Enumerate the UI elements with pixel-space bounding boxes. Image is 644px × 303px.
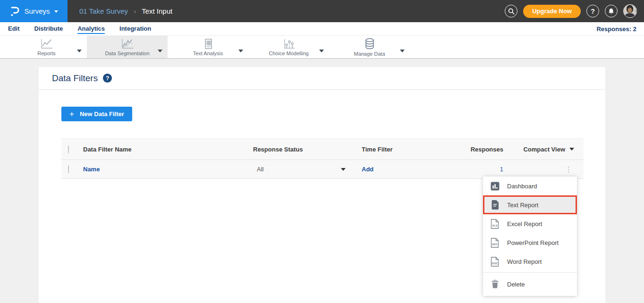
new-data-filter-label: New Data Filter xyxy=(80,110,124,118)
reports-chart-icon xyxy=(40,38,54,50)
data-filters-table: Data Filter Name Response Status Time Fi… xyxy=(61,138,584,179)
col-header-view: Compact View xyxy=(503,146,584,153)
ribbon-item-label: Data Segmentation xyxy=(105,50,149,56)
text-analysis-icon xyxy=(202,38,214,50)
col-header-time-filter: Time Filter xyxy=(362,146,466,153)
time-filter-add-link[interactable]: Add xyxy=(362,166,373,173)
menu-item-word-report[interactable]: DOC Word Report xyxy=(483,252,577,271)
menu-item-label: Dashboard xyxy=(507,183,537,190)
survey-tabs: Edit Distribute Analytics Integration Re… xyxy=(0,22,644,36)
chevron-down-icon xyxy=(54,10,58,13)
response-status-cell: All xyxy=(253,166,362,173)
menu-item-label: Excel Report xyxy=(507,220,542,227)
chevron-down-icon xyxy=(569,148,574,151)
tab-edit[interactable]: Edit xyxy=(8,23,20,35)
menu-divider xyxy=(483,272,577,273)
menu-item-label: Delete xyxy=(507,281,525,288)
analytics-ribbon: Reports Data Segmentation Text Analysis xyxy=(0,36,644,59)
bell-icon xyxy=(608,8,614,15)
breadcrumb-current: Text Input xyxy=(142,7,172,15)
question-mark-icon: ? xyxy=(591,8,595,15)
topbar-actions: Upgrade Now ? xyxy=(505,4,644,18)
compact-view-selector[interactable]: Compact View xyxy=(523,146,574,153)
responses-value: 1 xyxy=(500,166,503,173)
menu-item-dashboard[interactable]: Dashboard xyxy=(483,177,577,195)
notifications-button[interactable] xyxy=(605,5,618,17)
chevron-down-icon[interactable] xyxy=(77,46,82,54)
svg-text:DOC: DOC xyxy=(491,262,498,265)
data-filters-help-button[interactable]: ? xyxy=(103,74,112,83)
ribbon-item-label: Text Analysis xyxy=(193,50,223,56)
ribbon-item-text-analysis[interactable]: Text Analysis xyxy=(168,36,248,58)
new-data-filter-button[interactable]: + New Data Filter xyxy=(61,107,132,121)
choice-modelling-icon xyxy=(282,38,296,50)
breadcrumb-separator: › xyxy=(134,7,136,15)
compact-view-label: Compact View xyxy=(523,146,565,153)
plus-icon: + xyxy=(69,110,74,118)
breadcrumb: 01 Take Survey › Text Input xyxy=(79,7,172,15)
avatar-photo xyxy=(624,5,636,17)
help-button[interactable]: ? xyxy=(586,5,599,17)
filter-name-cell: Name xyxy=(83,166,253,173)
filter-name-link[interactable]: Name xyxy=(83,166,100,173)
row-kebab-menu-icon[interactable]: ⋮ xyxy=(563,165,574,174)
user-avatar[interactable] xyxy=(623,4,637,18)
ribbon-item-reports[interactable]: Reports xyxy=(6,36,87,58)
header-checkbox-cell xyxy=(61,146,83,153)
xls-file-icon: XLS xyxy=(490,219,500,229)
ppt-file-icon: PPT xyxy=(490,238,500,248)
ribbon-item-manage-data[interactable]: Manage Data xyxy=(329,36,410,58)
response-status-value: All xyxy=(257,166,263,173)
menu-item-powerpoint-report[interactable]: PPT PowerPoint Report xyxy=(483,233,577,252)
menu-item-label: Word Report xyxy=(507,258,542,265)
product-switcher[interactable]: Surveys xyxy=(0,0,68,22)
search-icon xyxy=(508,8,515,15)
panel-header: Data Filters ? xyxy=(39,67,605,90)
search-button[interactable] xyxy=(505,5,517,17)
chevron-down-icon[interactable] xyxy=(238,46,243,54)
database-icon xyxy=(364,38,376,50)
ribbon-item-data-segmentation[interactable]: Data Segmentation xyxy=(87,36,168,58)
col-header-responses: Responses xyxy=(466,146,503,153)
menu-item-text-report[interactable]: Text Report xyxy=(483,195,577,214)
responses-count[interactable]: Responses: 2 xyxy=(596,25,636,33)
tab-distribute[interactable]: Distribute xyxy=(34,23,63,35)
response-status-dropdown[interactable]: All xyxy=(253,166,346,173)
menu-item-excel-report[interactable]: XLS Excel Report xyxy=(483,214,577,233)
page: Surveys 01 Take Survey › Text Input Upgr… xyxy=(0,0,644,303)
top-bar: Surveys 01 Take Survey › Text Input Upgr… xyxy=(0,0,644,22)
row-checkbox-cell xyxy=(61,166,83,173)
menu-item-label: PowerPoint Report xyxy=(507,239,559,246)
row-actions-cell: ⋮ xyxy=(503,165,584,174)
doc-file-icon: DOC xyxy=(490,257,500,267)
ribbon-item-label: Choice Modelling xyxy=(269,50,308,56)
svg-text:XLS: XLS xyxy=(492,224,498,227)
questionpro-logo-icon xyxy=(9,6,20,17)
tab-analytics[interactable]: Analytics xyxy=(77,23,105,35)
table-row: Name All Add 1 ⋮ xyxy=(61,160,584,179)
chevron-down-icon[interactable] xyxy=(158,46,162,54)
responses-cell: 1 xyxy=(466,166,503,173)
text-report-icon xyxy=(490,200,500,210)
svg-text:PPT: PPT xyxy=(492,243,498,246)
tab-integration[interactable]: Integration xyxy=(119,23,151,35)
chevron-down-icon xyxy=(341,168,346,171)
ribbon-item-label: Manage Data xyxy=(354,51,385,57)
menu-item-delete[interactable]: Delete xyxy=(483,275,577,294)
product-name: Surveys xyxy=(24,7,50,15)
ribbon-item-choice-modelling[interactable]: Choice Modelling xyxy=(248,36,329,58)
breadcrumb-survey-link[interactable]: 01 Take Survey xyxy=(79,7,128,15)
table-header-row: Data Filter Name Response Status Time Fi… xyxy=(61,139,584,160)
select-all-checkbox[interactable] xyxy=(68,145,69,153)
segmentation-chart-icon xyxy=(120,38,135,50)
upgrade-now-button[interactable]: Upgrade Now xyxy=(523,5,581,18)
page-title: Data Filters xyxy=(52,73,98,84)
ribbon-item-label: Reports xyxy=(37,50,56,56)
row-actions-menu: Dashboard Text Report XLS Excel Repor xyxy=(483,177,577,296)
question-mark-icon: ? xyxy=(106,75,109,82)
col-header-name: Data Filter Name xyxy=(83,146,253,153)
chevron-down-icon[interactable] xyxy=(319,46,324,54)
dashboard-icon xyxy=(490,182,500,191)
row-checkbox[interactable] xyxy=(68,165,69,173)
chevron-down-icon[interactable] xyxy=(400,46,405,54)
